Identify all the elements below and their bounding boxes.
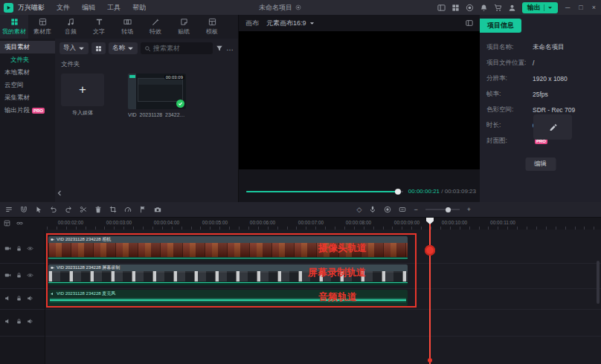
tab-stock-media[interactable]: 素材库	[28, 15, 57, 39]
menu-edit[interactable]: 编辑	[76, 3, 101, 13]
sidebar-label: 本地素材	[4, 68, 30, 77]
import-button[interactable]: 导入	[60, 42, 89, 54]
eye-icon[interactable]	[27, 245, 33, 252]
video-track-icon[interactable]	[4, 245, 11, 252]
edit-cover-button[interactable]: 编辑	[525, 157, 556, 171]
app-logo-icon	[4, 3, 13, 13]
zoom-slider-handle[interactable]	[446, 207, 451, 212]
cart-icon[interactable]	[494, 4, 502, 12]
timeline-scrollbar[interactable]	[597, 261, 600, 304]
zoom-out-button[interactable]: −	[414, 206, 417, 213]
field-label: 时长:	[486, 121, 533, 130]
canvas-ratio-dropdown[interactable]: 元素画布16:9	[266, 19, 315, 28]
sidebar-item-project-media[interactable]: 项目素材	[0, 41, 55, 53]
tab-templates[interactable]: 模板	[198, 15, 226, 39]
delete-trash-icon[interactable]	[94, 206, 102, 213]
sidebar-item-folder[interactable]: 文件夹	[0, 53, 55, 66]
folder-section-label: 文件夹	[55, 58, 238, 71]
lock-icon[interactable]	[16, 245, 22, 252]
speaker-icon[interactable]	[4, 318, 11, 325]
track-divider	[0, 336, 601, 337]
window-minimize-button[interactable]: ─	[564, 4, 571, 11]
user-icon[interactable]	[508, 4, 516, 12]
field-value: 25fps	[533, 91, 548, 98]
filter-icon[interactable]	[216, 45, 223, 52]
render-preview-icon[interactable]	[384, 206, 391, 213]
ruler-label: 00:00:04:00	[154, 220, 179, 225]
crop-icon[interactable]	[109, 206, 117, 213]
volume-icon[interactable]	[27, 318, 33, 325]
seek-handle[interactable]	[395, 189, 401, 195]
marker-flag-icon[interactable]	[139, 206, 147, 213]
video-thumbnail[interactable]: 00:03:09	[128, 74, 186, 109]
screen-record-icon[interactable]	[466, 4, 474, 12]
zoom-slider[interactable]	[425, 209, 460, 210]
zoom-in-button[interactable]: +	[467, 206, 471, 213]
cover-edit-box[interactable]	[533, 114, 572, 140]
project-status-icon	[295, 4, 301, 10]
field-label: 帧率:	[486, 90, 533, 99]
track-options-icon[interactable]	[5, 206, 13, 213]
preview-canvas[interactable]	[239, 31, 480, 169]
menubar: 万兴喵影 文件 编辑 工具 帮助 未命名项目 输出 ─ □ ×	[0, 0, 601, 15]
import-thumb[interactable]: +	[61, 74, 104, 106]
more-options-button[interactable]: …	[226, 46, 234, 51]
tab-label: 贴纸	[178, 27, 190, 36]
annotation-audio-track: 音频轨道	[318, 290, 357, 304]
redo-icon[interactable]	[65, 206, 72, 213]
tab-transition[interactable]: 转场	[113, 15, 141, 39]
sticker-icon	[180, 18, 188, 26]
speed-icon[interactable]	[124, 206, 132, 213]
transition-icon	[123, 18, 132, 26]
export-button[interactable]: 输出	[522, 2, 558, 13]
sidebar-item-local-media[interactable]: 本地素材	[0, 66, 55, 79]
timeline-toolbar: ◇ − +	[0, 202, 601, 217]
sidebar-item-exported[interactable]: 输出片段 PRO	[0, 104, 55, 117]
menu-tools[interactable]: 工具	[101, 3, 126, 13]
split-scissors-icon[interactable]	[80, 206, 87, 213]
preview-display-icon[interactable]	[466, 19, 473, 27]
tab-audio[interactable]: 音频	[57, 15, 85, 39]
menu-help[interactable]: 帮助	[126, 3, 152, 13]
sort-button[interactable]: 名称	[109, 42, 138, 54]
window-maximize-button[interactable]: □	[577, 4, 584, 11]
layout-toggle-icon[interactable]	[437, 4, 446, 12]
seek-bar[interactable]	[246, 191, 403, 192]
field-value: 1920 x 1080	[533, 75, 568, 82]
tab-my-media[interactable]: 我的素材	[0, 15, 28, 39]
volume-icon[interactable]	[27, 295, 33, 302]
lock-icon[interactable]	[16, 295, 22, 302]
tab-text[interactable]: 文字	[85, 15, 113, 39]
project-info-header: 项目信息	[480, 19, 521, 33]
add-track-icon[interactable]	[4, 220, 10, 227]
lock-icon[interactable]	[16, 272, 22, 279]
fit-timeline-icon[interactable]	[399, 206, 406, 213]
sidebar-item-captured[interactable]: 采集素材	[0, 91, 55, 104]
menu-file[interactable]: 文件	[51, 3, 76, 13]
keyframe-icon[interactable]: ◇	[357, 206, 362, 213]
view-toggle-button[interactable]	[91, 42, 106, 54]
lock-icon[interactable]	[16, 318, 22, 325]
undo-icon[interactable]	[50, 206, 57, 213]
export-caret-icon[interactable]	[547, 5, 553, 10]
tab-effects[interactable]: 特效	[141, 15, 170, 39]
ruler-label: 00:00:09:00	[394, 220, 420, 225]
pointer-tool-icon[interactable]	[35, 206, 42, 213]
voiceover-mic-icon[interactable]	[369, 206, 376, 213]
speaker-icon[interactable]	[4, 295, 11, 302]
tab-stickers[interactable]: 贴纸	[170, 15, 198, 39]
video-media-tile[interactable]: 00:03:09 VID_20231128_234228.mp4	[128, 74, 186, 117]
sidebar-item-cloud[interactable]: 云空间	[0, 79, 55, 91]
window-close-button[interactable]: ×	[591, 4, 597, 11]
link-icon[interactable]	[16, 220, 23, 227]
workspace-grid-icon[interactable]	[451, 4, 460, 12]
timeline-ruler[interactable]: 00:00:02:00 00:00:03:00 00:00:04:00 00:0…	[0, 217, 601, 230]
bell-icon[interactable]	[480, 4, 488, 12]
eye-icon[interactable]	[27, 272, 33, 279]
search-input[interactable]: 搜索素材	[141, 42, 213, 54]
import-media-tile[interactable]: + 导入媒体	[61, 74, 104, 117]
snapshot-icon[interactable]	[154, 206, 161, 213]
video-track-icon[interactable]	[4, 272, 11, 279]
playhead-line[interactable]	[429, 218, 431, 364]
magnet-icon[interactable]	[20, 206, 28, 213]
